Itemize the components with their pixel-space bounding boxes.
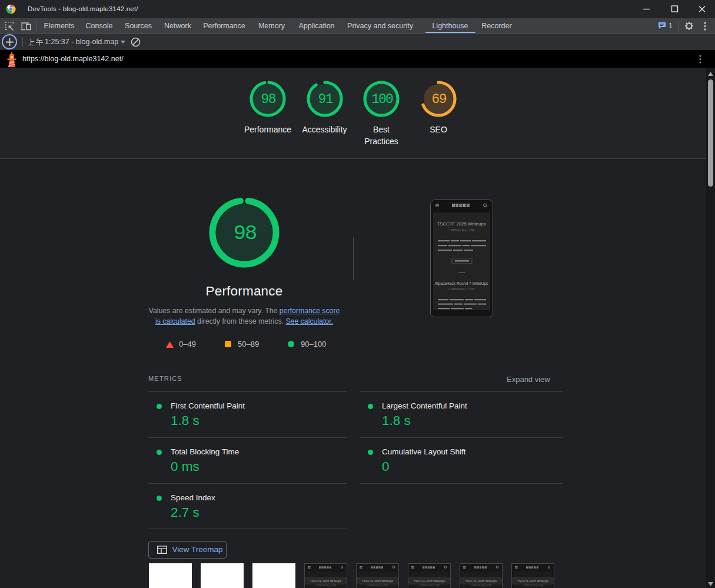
svg-text:□ 2025-01-20 | □ CTF: □ 2025-01-20 | □ CTF: [367, 584, 388, 587]
svg-text:TSCCTF 2025 Writeups: TSCCTF 2025 Writeups: [517, 579, 549, 583]
svg-text:98: 98: [234, 221, 257, 245]
svg-text:□ 2025-01-20 | □ CTF: □ 2025-01-20 | □ CTF: [315, 584, 336, 587]
svg-text:TSCCTF 2025 Writeups: TSCCTF 2025 Writeups: [437, 221, 485, 227]
svg-text:□ 2025-02-01 | □ CTF: □ 2025-02-01 | □ CTF: [448, 288, 474, 291]
svg-text:□ 2025-01-20 | □ CTF: □ 2025-01-20 | □ CTF: [523, 584, 543, 587]
svg-text:TSCCTF 2025 Writeups: TSCCTF 2025 Writeups: [362, 579, 394, 583]
svg-text:100: 100: [371, 92, 393, 107]
svg-text:□ 2025-01-20 | □ CTF: □ 2025-01-20 | □ CTF: [448, 229, 474, 232]
svg-text:AlpacaHack Round 7 WriteUps: AlpacaHack Round 7 WriteUps: [435, 281, 488, 286]
svg-text:□ 2025-01-20 | □ CTF: □ 2025-01-20 | □ CTF: [471, 584, 491, 587]
svg-text:69: 69: [431, 92, 446, 107]
svg-text:TSCCTF 2025 Writeups: TSCCTF 2025 Writeups: [414, 579, 445, 583]
svg-text:□ 2025-01-20 | □ CTF: □ 2025-01-20 | □ CTF: [419, 584, 440, 587]
svg-text:98: 98: [261, 92, 275, 107]
svg-text:TSCCTF 2025 Writeups: TSCCTF 2025 Writeups: [465, 579, 497, 583]
svg-text:TSCCTF 2025 Writeups: TSCCTF 2025 Writeups: [310, 579, 342, 583]
svg-text:91: 91: [318, 92, 332, 107]
